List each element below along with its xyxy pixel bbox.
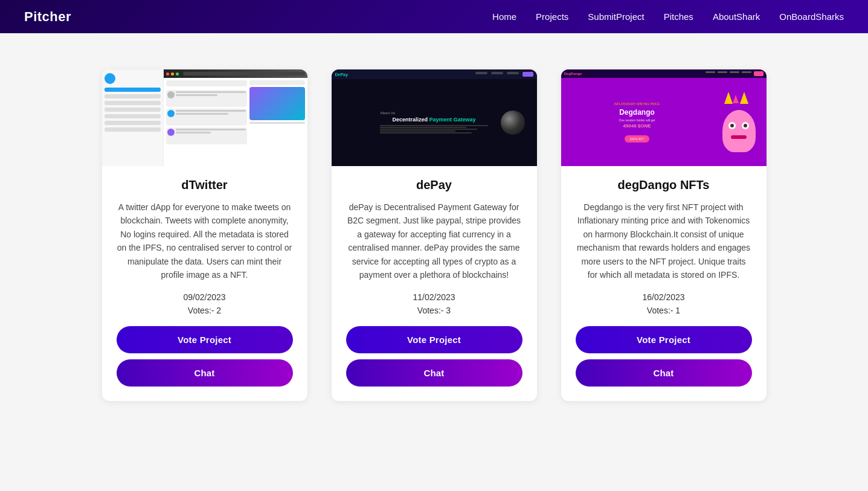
projects-grid: dTwitter A twitter dApp for everyone to … <box>0 33 868 437</box>
nav-about[interactable]: AboutShark <box>713 11 760 22</box>
card-depay-date: 11/02/2023 <box>346 292 522 302</box>
card-degdango-vote-button[interactable]: Vote Project <box>576 326 752 353</box>
card-degdango-description: Degdango is the very first NFT project w… <box>576 201 752 281</box>
card-dtwitter-chat-button[interactable]: Chat <box>117 359 293 387</box>
card-depay-votes: Votes:- 3 <box>346 306 522 315</box>
main-nav: Home Projects SubmitProject Pitches Abou… <box>492 11 844 22</box>
app-logo: Pitcher <box>24 9 71 25</box>
card-degdango-title: degDango NFTs <box>576 178 752 192</box>
nav-onboard[interactable]: OnBoardSharks <box>779 11 844 22</box>
card-depay-title: dePay <box>346 178 522 192</box>
card-degdango: DegDango INFLATIONARY MINTING PRICE Degd… <box>561 69 767 401</box>
card-degdango-body: degDango NFTs Degdango is the very first… <box>561 166 767 401</box>
card-degdango-chat-button[interactable]: Chat <box>576 359 752 387</box>
card-dtwitter-vote-button[interactable]: Vote Project <box>117 326 293 353</box>
app-header: Pitcher Home Projects SubmitProject Pitc… <box>0 0 868 33</box>
card-dtwitter-image <box>102 69 307 166</box>
nav-projects[interactable]: Projects <box>536 11 568 22</box>
card-depay-chat-button[interactable]: Chat <box>346 359 522 387</box>
card-degdango-date: 16/02/2023 <box>576 292 752 302</box>
card-dtwitter-title: dTwitter <box>117 178 293 192</box>
card-dtwitter: dTwitter A twitter dApp for everyone to … <box>102 69 307 401</box>
card-degdango-votes: Votes:- 1 <box>576 306 752 315</box>
card-depay-description: dePay is Decentralised Payment Gateway f… <box>346 201 522 281</box>
card-dtwitter-description: A twitter dApp for everyone to make twee… <box>117 201 293 281</box>
nav-pitches[interactable]: Pitches <box>664 11 693 22</box>
card-depay-image: DePay About Us Decentralized Payment Gat… <box>332 69 537 166</box>
card-dtwitter-body: dTwitter A twitter dApp for everyone to … <box>102 166 307 401</box>
nav-home[interactable]: Home <box>492 11 516 22</box>
card-depay: DePay About Us Decentralized Payment Gat… <box>332 69 537 401</box>
card-depay-body: dePay dePay is Decentralised Payment Gat… <box>332 166 537 401</box>
card-dtwitter-votes: Votes:- 2 <box>117 306 293 315</box>
card-degdango-image: DegDango INFLATIONARY MINTING PRICE Degd… <box>561 69 767 166</box>
card-dtwitter-date: 09/02/2023 <box>117 292 293 302</box>
card-depay-vote-button[interactable]: Vote Project <box>346 326 522 353</box>
nav-submit[interactable]: SubmitProject <box>588 11 644 22</box>
